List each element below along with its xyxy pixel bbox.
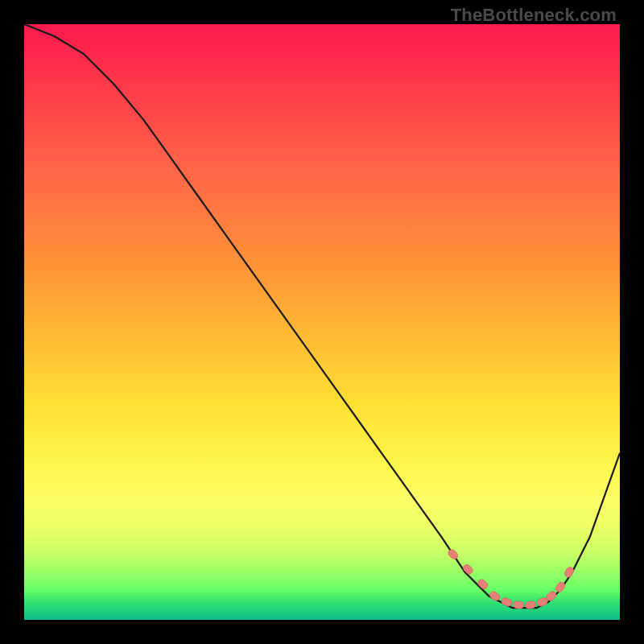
optimal-zone-markers (447, 548, 575, 609)
optimal-marker (477, 578, 489, 591)
watermark-text: TheBottleneck.com (451, 5, 617, 26)
curve-svg (24, 24, 620, 620)
optimal-marker (447, 548, 460, 561)
optimal-marker (501, 597, 513, 607)
optimal-marker (462, 563, 475, 576)
plot-area (24, 24, 620, 620)
optimal-marker (564, 566, 575, 579)
chart-frame: TheBottleneck.com (0, 0, 644, 644)
bottleneck-curve-path (24, 24, 620, 608)
bottleneck-curve (24, 24, 620, 608)
